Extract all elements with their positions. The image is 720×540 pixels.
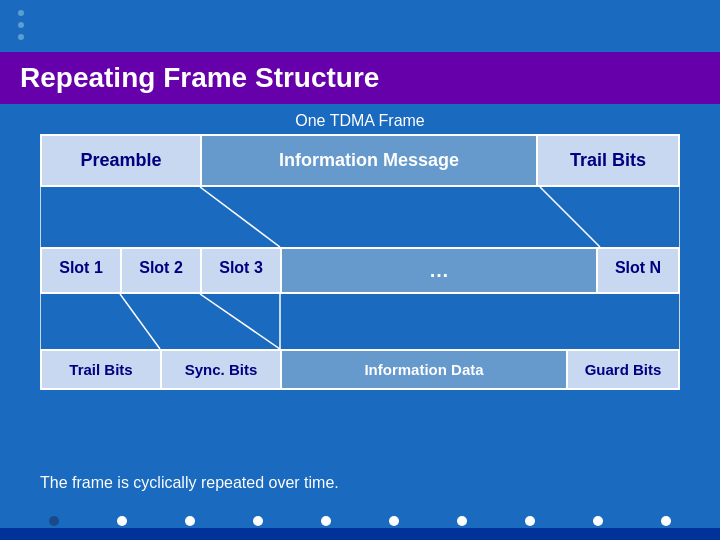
frame-label: One TDMA Frame bbox=[40, 112, 680, 130]
bottom-dot-6 bbox=[389, 516, 399, 526]
bottom-note: The frame is cyclically repeated over ti… bbox=[40, 474, 339, 492]
page-title: Repeating Frame Structure bbox=[20, 62, 700, 94]
connector-lines-2 bbox=[40, 294, 680, 349]
bottom-bar bbox=[0, 528, 720, 540]
info-message-cell: Information Message bbox=[202, 136, 538, 185]
slot2-cell: Slot 2 bbox=[122, 249, 202, 292]
slot-detail-row: Trail Bits Sync. Bits Information Data G… bbox=[40, 349, 680, 390]
decorative-dots-bottom bbox=[0, 516, 720, 526]
dot-1 bbox=[18, 10, 24, 16]
svg-line-2 bbox=[540, 187, 600, 247]
bottom-dot-2 bbox=[117, 516, 127, 526]
connector-lines-1 bbox=[40, 187, 680, 247]
tdma-frame-row: Preamble Information Message Trail Bits bbox=[40, 134, 680, 187]
guard-bits-cell: Guard Bits bbox=[568, 351, 678, 388]
dot-3 bbox=[18, 34, 24, 40]
bottom-dot-3 bbox=[185, 516, 195, 526]
sync-bits-cell: Sync. Bits bbox=[162, 351, 282, 388]
trail-bits-cell-bottom: Trail Bits bbox=[42, 351, 162, 388]
trail-bits-cell-top: Trail Bits bbox=[538, 136, 678, 185]
bottom-dot-1 bbox=[49, 516, 59, 526]
bottom-dot-4 bbox=[253, 516, 263, 526]
bottom-dot-9 bbox=[593, 516, 603, 526]
bottom-dot-8 bbox=[525, 516, 535, 526]
info-data-cell: Information Data bbox=[282, 351, 568, 388]
slot-n-cell: Slot N bbox=[598, 249, 678, 292]
slot1-cell: Slot 1 bbox=[42, 249, 122, 292]
svg-line-6 bbox=[200, 294, 280, 349]
dot-2 bbox=[18, 22, 24, 28]
title-bar: Repeating Frame Structure bbox=[0, 52, 720, 104]
main-content: One TDMA Frame Preamble Information Mess… bbox=[40, 112, 680, 490]
bottom-dot-10 bbox=[661, 516, 671, 526]
slot3-cell: Slot 3 bbox=[202, 249, 282, 292]
preamble-cell: Preamble bbox=[42, 136, 202, 185]
svg-line-5 bbox=[120, 294, 160, 349]
slots-row: Slot 1 Slot 2 Slot 3 … Slot N bbox=[40, 247, 680, 294]
decorative-dots-top bbox=[18, 10, 24, 40]
svg-line-1 bbox=[200, 187, 280, 247]
ellipsis-cell: … bbox=[282, 249, 598, 292]
bottom-dot-7 bbox=[457, 516, 467, 526]
bottom-dot-5 bbox=[321, 516, 331, 526]
